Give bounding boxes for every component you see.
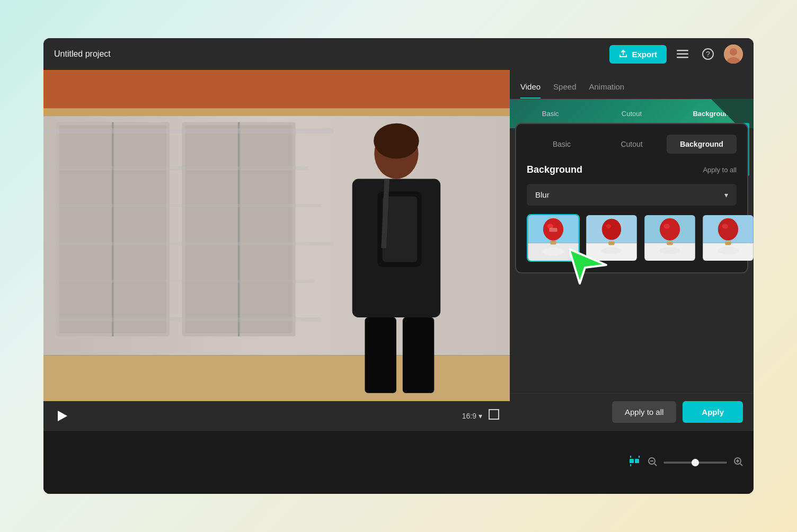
bg-section-title: Background xyxy=(527,164,582,175)
timeline-add-icon[interactable] xyxy=(628,455,641,470)
svg-rect-1 xyxy=(677,54,688,55)
video-frame xyxy=(43,70,510,401)
svg-line-25 xyxy=(384,179,387,248)
tab-speed[interactable]: Speed xyxy=(553,82,576,99)
aspect-ratio-label: 16:9 xyxy=(462,412,476,420)
sub-tab-basic[interactable]: Basic xyxy=(510,105,591,122)
svg-point-47 xyxy=(602,219,621,240)
export-button[interactable]: Export xyxy=(609,45,667,64)
svg-rect-27 xyxy=(403,317,434,393)
svg-point-6 xyxy=(730,48,737,56)
bg-section-header: Background Apply to all xyxy=(527,164,737,175)
svg-rect-40 xyxy=(549,228,557,232)
svg-line-71 xyxy=(654,464,657,466)
svg-point-50 xyxy=(601,247,622,254)
avatar[interactable] xyxy=(724,45,743,64)
zoom-thumb xyxy=(692,459,699,466)
svg-rect-32 xyxy=(43,280,314,283)
play-button[interactable] xyxy=(54,407,71,424)
popup-tabs: Basic Cutout Background xyxy=(527,135,737,154)
svg-rect-64 xyxy=(630,459,634,463)
svg-rect-49 xyxy=(608,242,614,245)
thumbnail-item-1[interactable] xyxy=(527,214,580,262)
svg-rect-31 xyxy=(43,242,333,245)
svg-rect-29 xyxy=(43,166,308,170)
timeline-tools xyxy=(628,455,743,470)
svg-text:?: ? xyxy=(706,50,710,58)
app-container: Untitled project Export xyxy=(43,38,754,494)
svg-rect-55 xyxy=(667,242,672,245)
svg-point-44 xyxy=(542,247,564,255)
popup-tab-cutout[interactable]: Cutout xyxy=(597,135,667,154)
popup-tab-background[interactable]: Background xyxy=(667,135,737,154)
svg-rect-33 xyxy=(43,317,321,322)
tab-video[interactable]: Video xyxy=(520,82,541,99)
zoom-slider[interactable] xyxy=(663,462,727,464)
svg-point-59 xyxy=(718,218,738,241)
svg-rect-28 xyxy=(43,128,333,134)
svg-rect-41 xyxy=(550,241,556,245)
video-controls: 16:9 ▾ xyxy=(43,401,510,430)
thumbnail-grid xyxy=(527,214,737,262)
popup-panel: Basic Cutout Background Background Apply… xyxy=(515,123,748,273)
video-preview xyxy=(43,70,510,401)
thumbnail-item-2[interactable] xyxy=(585,214,638,262)
svg-rect-30 xyxy=(43,204,321,207)
right-panel: Video Speed Animation Basic Cutout xyxy=(510,70,754,430)
svg-rect-26 xyxy=(365,317,396,393)
svg-point-21 xyxy=(374,123,419,159)
controls-right: 16:9 ▾ xyxy=(462,409,499,422)
svg-line-75 xyxy=(740,464,742,466)
top-tabs: Video Speed Animation xyxy=(510,70,754,99)
sub-tab-cutout[interactable]: Cutout xyxy=(591,105,672,122)
svg-rect-10 xyxy=(43,108,510,116)
svg-point-56 xyxy=(659,247,680,254)
thumbnail-item-4[interactable] xyxy=(702,214,754,262)
bottom-bar: Apply to all Apply xyxy=(510,393,754,430)
blur-dropdown[interactable]: Blur ▾ xyxy=(527,184,737,206)
fullscreen-button[interactable] xyxy=(489,409,499,422)
svg-point-60 xyxy=(722,224,728,229)
tab-animation[interactable]: Animation xyxy=(589,82,624,99)
zoom-out-icon[interactable] xyxy=(648,457,657,468)
svg-rect-0 xyxy=(677,50,688,51)
svg-rect-19 xyxy=(43,355,510,401)
zoom-in-icon[interactable] xyxy=(733,457,743,468)
svg-rect-35 xyxy=(489,410,499,419)
help-icon[interactable]: ? xyxy=(698,45,718,64)
svg-point-48 xyxy=(606,224,611,228)
export-label: Export xyxy=(632,50,657,59)
popup-tab-basic[interactable]: Basic xyxy=(527,135,597,154)
aspect-ratio-selector[interactable]: 16:9 ▾ xyxy=(462,412,482,420)
video-area: 16:9 ▾ xyxy=(43,70,510,430)
menu-icon[interactable] xyxy=(673,45,692,64)
svg-point-54 xyxy=(664,224,670,229)
svg-rect-61 xyxy=(725,242,731,245)
header-right: Export ? xyxy=(609,45,743,64)
main-content: 16:9 ▾ xyxy=(43,70,754,430)
svg-point-62 xyxy=(718,246,739,254)
thumbnail-item-3[interactable] xyxy=(643,214,696,262)
aspect-ratio-chevron: ▾ xyxy=(479,412,482,420)
svg-point-53 xyxy=(660,218,680,241)
svg-rect-65 xyxy=(635,459,639,463)
apply-to-all-link[interactable]: Apply to all xyxy=(703,166,737,174)
timeline-area xyxy=(43,430,754,494)
project-title: Untitled project xyxy=(54,49,111,59)
dropdown-chevron-icon: ▾ xyxy=(724,191,728,199)
svg-rect-9 xyxy=(43,70,510,110)
apply-button[interactable]: Apply xyxy=(683,401,743,423)
blur-dropdown-value: Blur xyxy=(535,190,550,199)
svg-rect-2 xyxy=(677,57,688,58)
apply-to-all-button[interactable]: Apply to all xyxy=(612,401,676,423)
export-icon xyxy=(619,49,627,59)
header: Untitled project Export xyxy=(43,38,754,70)
svg-marker-34 xyxy=(58,411,67,421)
